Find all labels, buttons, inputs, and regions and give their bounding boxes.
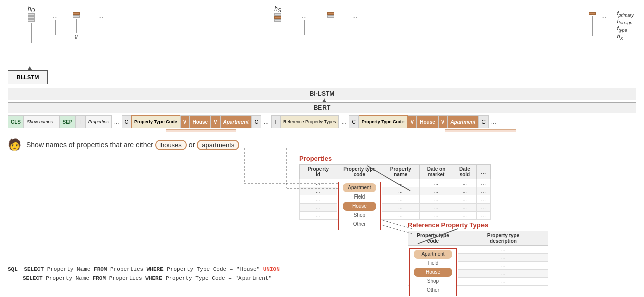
- token-show-names: Show names...: [24, 115, 60, 128]
- token-apartment-2: Apartment: [447, 115, 478, 128]
- token-property-type-code-1: Property Type Code: [131, 115, 180, 128]
- dropdown-item-house-2: House: [414, 268, 452, 277]
- table-row: ... Apartment Field House Shop Other ...…: [300, 179, 491, 187]
- query-area: 🧑 Show names of properties that are eith…: [8, 138, 239, 151]
- bert-bar: BERT: [8, 102, 636, 113]
- underline-prop-type-2b: [445, 130, 516, 132]
- col-property-id: Propertyid: [300, 165, 337, 179]
- hq-line: [31, 23, 32, 43]
- g-label: g: [75, 33, 78, 39]
- token-c2: C: [252, 115, 261, 128]
- query-middle: or: [189, 141, 195, 149]
- col-prop-type-code-ref: Property typecode: [408, 231, 458, 246]
- g-column: g: [73, 5, 80, 39]
- token-v3: V: [408, 115, 417, 128]
- token-t1: T: [76, 115, 85, 128]
- dropdown-cell-1: Apartment Field House Shop Other: [337, 179, 382, 220]
- sql-area: SQL SELECT Property_Name FROM Properties…: [8, 265, 280, 283]
- properties-table-title: Properties: [299, 155, 491, 162]
- ref-table: Reference Property Types Property typeco…: [408, 221, 548, 286]
- f-foreign-label: fforeign: [617, 18, 632, 25]
- right-labels: fprimary fforeign ftype hX: [617, 10, 634, 41]
- col-right1: [589, 5, 596, 36]
- arrow-up-bilstm: [28, 66, 32, 70]
- dropdown-item-apartment-1: Apartment: [343, 183, 376, 192]
- token-v1: V: [180, 115, 190, 128]
- token-dots1: ...: [112, 115, 122, 128]
- col-property-type-code: Property typecode: [337, 165, 382, 179]
- dropdown-item-other-2: Other: [414, 286, 452, 295]
- token-dots2: ...: [261, 115, 271, 128]
- dropdown-cell-2: Apartment Field House Shop Other: [408, 246, 458, 286]
- h-x-label: hX: [617, 33, 623, 41]
- f-type-label: ftype: [617, 25, 627, 33]
- rect2: [28, 16, 35, 19]
- token-c4: C: [479, 115, 489, 128]
- token-house-2: House: [417, 115, 438, 128]
- query-prefix: Show names of properties that are either: [26, 141, 153, 149]
- dropdown-item-field-1: Field: [343, 192, 376, 202]
- col-dots2: ...: [98, 5, 103, 35]
- col-mid2: [327, 5, 334, 33]
- dropdown-list-2: Apartment Field House Shop Other: [409, 248, 457, 296]
- hq-label: hQ: [28, 5, 35, 13]
- bottom-section: 🧑 Show names of properties that are eith…: [0, 136, 644, 297]
- table-row: ... ... ... ... ...: [300, 187, 491, 195]
- rect3: [28, 19, 35, 22]
- token-dots3: ...: [339, 115, 349, 128]
- person-icon: 🧑: [8, 138, 21, 151]
- highlight-houses: houses: [155, 140, 187, 150]
- col-date-on-market: Date onmarket: [419, 165, 453, 179]
- col-dots4: ...: [352, 5, 357, 35]
- hq-column: hQ: [28, 5, 35, 43]
- hs-label: hS: [274, 5, 281, 13]
- underline-prop-type-1b: [166, 130, 236, 132]
- token-v2: V: [211, 115, 220, 128]
- dropdown-item-shop-1: Shop: [343, 211, 376, 220]
- token-dots4: ...: [489, 115, 499, 128]
- hs-column: hS: [274, 5, 281, 43]
- sql-line1: SQL SELECT Property_Name FROM Properties…: [8, 265, 280, 274]
- hq-stack: [28, 13, 35, 22]
- token-c1: C: [122, 115, 131, 128]
- col-dots5: ...: [601, 5, 606, 35]
- token-sep: SEP: [60, 115, 76, 128]
- token-house-1: House: [189, 115, 211, 128]
- token-v4: V: [438, 115, 448, 128]
- sql-line2: SELECT Property_Name FROM Properties WHE…: [23, 274, 280, 283]
- dropdown-list-1: Apartment Field House Shop Other: [338, 182, 381, 230]
- rect1: [28, 13, 35, 16]
- ref-db-table: Property typecode Property typedescripti…: [408, 231, 548, 286]
- token-property-type-code-2: Property Type Code: [359, 115, 408, 128]
- token-ref-property-types: Reference Property Types: [280, 115, 339, 128]
- arrow-up-bert: [322, 98, 326, 102]
- col-ellipsis: ...: [476, 165, 490, 179]
- table-row: ... ... ... ... ...: [300, 195, 491, 204]
- dropdown-item-field-2: Field: [414, 259, 452, 268]
- dropdown-item-shop-2: Shop: [414, 277, 452, 286]
- token-properties: Properties: [85, 115, 112, 128]
- col-dots1: ...: [53, 5, 58, 35]
- col-prop-type-desc-ref: Property typedescription: [458, 231, 548, 246]
- neural-network-diagram: hQ ... g ... hS ...: [0, 0, 644, 111]
- highlight-apartments: apartments: [197, 140, 239, 150]
- f-primary-label: fprimary: [617, 10, 634, 18]
- ref-table-title: Reference Property Types: [408, 221, 548, 229]
- token-cls: CLS: [8, 115, 24, 128]
- table-row: Apartment Field House Shop Other ...: [408, 246, 548, 254]
- dropdown-item-other-1: Other: [343, 220, 376, 229]
- col-dots3: ...: [302, 5, 307, 35]
- table-row: ... ... ... ... ...: [300, 204, 491, 212]
- dropdown-item-apartment-2: Apartment: [414, 250, 452, 259]
- token-c3: C: [349, 115, 358, 128]
- col-property-name: Propertyname: [382, 165, 419, 179]
- token-apartment-1: Apartment: [220, 115, 252, 128]
- dropdown-item-house-1: House: [343, 202, 376, 211]
- token-sequence-row: CLS Show names... SEP T Properties ... C…: [8, 115, 636, 128]
- bilstm-small-box: Bi-LSTM: [8, 70, 48, 84]
- token-t2: T: [271, 115, 280, 128]
- properties-db-table: Propertyid Property typecode Propertynam…: [299, 164, 491, 220]
- col-date-sold: Datesold: [453, 165, 476, 179]
- properties-table: Properties Propertyid Property typecode …: [299, 155, 491, 220]
- table-row: ... ... ... ... ...: [300, 212, 491, 220]
